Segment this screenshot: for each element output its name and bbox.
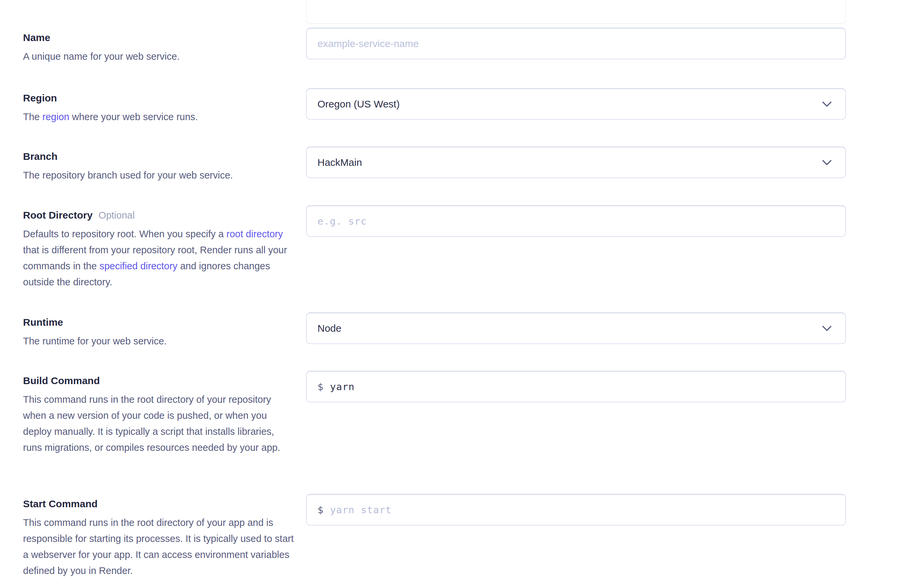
shell-prompt-prefix: $ <box>318 504 323 516</box>
name-label: Name <box>23 32 50 43</box>
start-command-description: This command runs in the root directory … <box>23 514 294 579</box>
region-select-value: Oregon (US West) <box>318 99 399 110</box>
field-row-root-directory: Root DirectoryOptional Defaults to repos… <box>23 205 846 290</box>
branch-select-value: HackMain <box>318 157 362 168</box>
start-command-field: $ <box>306 494 846 525</box>
root-directory-input[interactable] <box>306 205 846 237</box>
build-command-label: Build Command <box>23 375 100 386</box>
root-directory-description: Defaults to repository root. When you sp… <box>23 226 294 290</box>
runtime-description: The runtime for your web service. <box>23 333 294 349</box>
chevron-down-icon <box>822 325 832 332</box>
region-description: The region where your web service runs. <box>23 109 294 125</box>
field-row-region: Region The region where your web service… <box>23 88 846 125</box>
branch-label: Branch <box>23 151 58 162</box>
specified-directory-docs-link[interactable]: specified directory <box>99 261 178 271</box>
branch-select[interactable]: HackMain <box>306 147 846 178</box>
field-row-build-command: Build Command This command runs in the r… <box>23 371 846 455</box>
root-directory-label: Root Directory <box>23 210 92 220</box>
field-row-name: Name A unique name for your web service. <box>23 28 846 64</box>
chevron-down-icon <box>822 160 832 166</box>
name-input[interactable] <box>306 28 846 59</box>
region-docs-link[interactable]: region <box>42 111 69 122</box>
branch-description: The repository branch used for your web … <box>23 167 294 183</box>
optional-badge: Optional <box>99 210 135 220</box>
start-command-label: Start Command <box>23 498 97 509</box>
name-description: A unique name for your web service. <box>23 48 294 64</box>
build-command-input[interactable] <box>330 372 835 402</box>
build-command-description: This command runs in the root directory … <box>23 391 294 455</box>
chevron-down-icon <box>822 101 832 107</box>
start-command-input[interactable] <box>330 495 835 525</box>
shell-prompt-prefix: $ <box>318 381 323 393</box>
root-directory-docs-link[interactable]: root directory <box>226 228 283 239</box>
region-select[interactable]: Oregon (US West) <box>306 88 846 120</box>
previous-field-bottom-edge <box>306 0 846 24</box>
runtime-label: Runtime <box>23 317 63 328</box>
runtime-select-value: Node <box>318 323 341 334</box>
region-label: Region <box>23 92 57 103</box>
field-row-runtime: Runtime The runtime for your web service… <box>23 312 846 349</box>
field-row-branch: Branch The repository branch used for yo… <box>23 147 846 183</box>
runtime-select[interactable]: Node <box>306 312 846 344</box>
field-row-start-command: Start Command This command runs in the r… <box>23 494 846 579</box>
build-command-field: $ <box>306 371 846 402</box>
web-service-settings-form: Name A unique name for your web service.… <box>0 0 902 588</box>
